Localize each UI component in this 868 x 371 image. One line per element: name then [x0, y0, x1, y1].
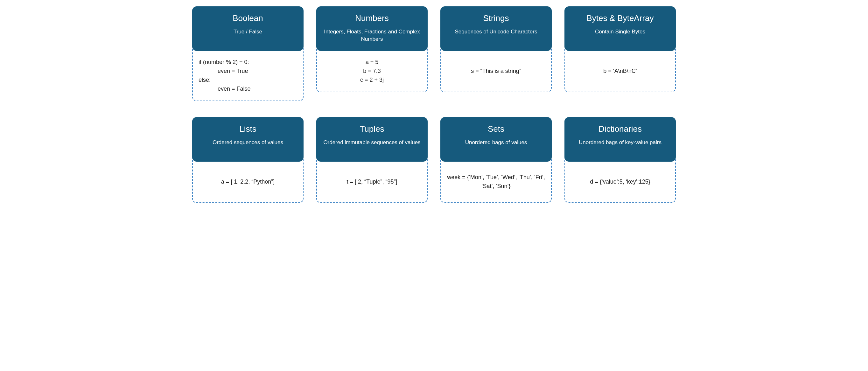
card-title: Boolean: [198, 13, 297, 23]
code-line: b = ‘A\nB\nC’: [603, 67, 637, 76]
code-line: week = {‘Mon’, ‘Tue’, ‘Wed’, ‘Thu’, ‘Fri…: [447, 173, 545, 191]
card-title: Dictionaries: [571, 124, 670, 134]
code-line: s = “This is a string”: [471, 67, 521, 76]
card-body: if (number % 2) = 0: even = True else: e…: [192, 48, 304, 101]
code-line: c = 2 + 3j: [360, 76, 384, 85]
card-header: Strings Sequences of Unicode Characters: [440, 6, 552, 51]
card-subtitle: Sequences of Unicode Characters: [447, 28, 545, 36]
card-numbers: Numbers Integers, Floats, Fractions and …: [316, 6, 428, 101]
card-body: week = {‘Mon’, ‘Tue’, ‘Wed’, ‘Thu’, ‘Fri…: [440, 158, 552, 203]
card-body: d = {‘value’:5, ‘key’:125}: [564, 158, 676, 203]
card-subtitle: Integers, Floats, Fractions and Complex …: [323, 28, 421, 43]
card-header: Sets Unordered bags of values: [440, 117, 552, 162]
card-title: Numbers: [323, 13, 421, 23]
card-title: Tuples: [323, 124, 421, 134]
code-line: even = False: [198, 85, 251, 94]
card-header: Lists Ordered sequences of values: [192, 117, 304, 162]
card-title: Bytes & ByteArray: [571, 13, 670, 23]
card-title: Lists: [198, 124, 297, 134]
card-sets: Sets Unordered bags of values week = {‘M…: [440, 117, 552, 203]
card-subtitle: Ordered immutable sequences of values: [323, 139, 421, 146]
code-line: else:: [198, 76, 211, 85]
card-subtitle: True / False: [198, 28, 297, 36]
card-title: Sets: [447, 124, 545, 134]
card-header: Bytes & ByteArray Contain Single Bytes: [564, 6, 676, 51]
code-line: a = [ 1, 2.2, “Python”]: [221, 178, 275, 186]
card-body: a = 5 b = 7.3 c = 2 + 3j: [316, 48, 428, 92]
card-body: s = “This is a string”: [440, 48, 552, 92]
card-body: a = [ 1, 2.2, “Python”]: [192, 158, 304, 203]
card-boolean: Boolean True / False if (number % 2) = 0…: [192, 6, 304, 101]
code-line: d = {‘value’:5, ‘key’:125}: [590, 178, 650, 186]
card-header: Boolean True / False: [192, 6, 304, 51]
code-line: t = [ 2, “Tuple”, “95”]: [347, 178, 397, 186]
code-line: a = 5: [366, 58, 379, 67]
card-dictionaries: Dictionaries Unordered bags of key-value…: [564, 117, 676, 203]
code-line: even = True: [198, 67, 248, 76]
card-header: Tuples Ordered immutable sequences of va…: [316, 117, 428, 162]
card-lists: Lists Ordered sequences of values a = [ …: [192, 117, 304, 203]
code-line: if (number % 2) = 0:: [198, 58, 249, 67]
card-subtitle: Unordered bags of key-value pairs: [571, 139, 670, 146]
card-bytes: Bytes & ByteArray Contain Single Bytes b…: [564, 6, 676, 101]
card-body: b = ‘A\nB\nC’: [564, 48, 676, 92]
card-tuples: Tuples Ordered immutable sequences of va…: [316, 117, 428, 203]
code-line: b = 7.3: [363, 67, 381, 76]
datatype-grid: Boolean True / False if (number % 2) = 0…: [192, 6, 676, 203]
card-body: t = [ 2, “Tuple”, “95”]: [316, 158, 428, 203]
card-header: Numbers Integers, Floats, Fractions and …: [316, 6, 428, 51]
card-subtitle: Unordered bags of values: [447, 139, 545, 146]
card-subtitle: Contain Single Bytes: [571, 28, 670, 36]
card-title: Strings: [447, 13, 545, 23]
card-header: Dictionaries Unordered bags of key-value…: [564, 117, 676, 162]
card-strings: Strings Sequences of Unicode Characters …: [440, 6, 552, 101]
card-subtitle: Ordered sequences of values: [198, 139, 297, 146]
